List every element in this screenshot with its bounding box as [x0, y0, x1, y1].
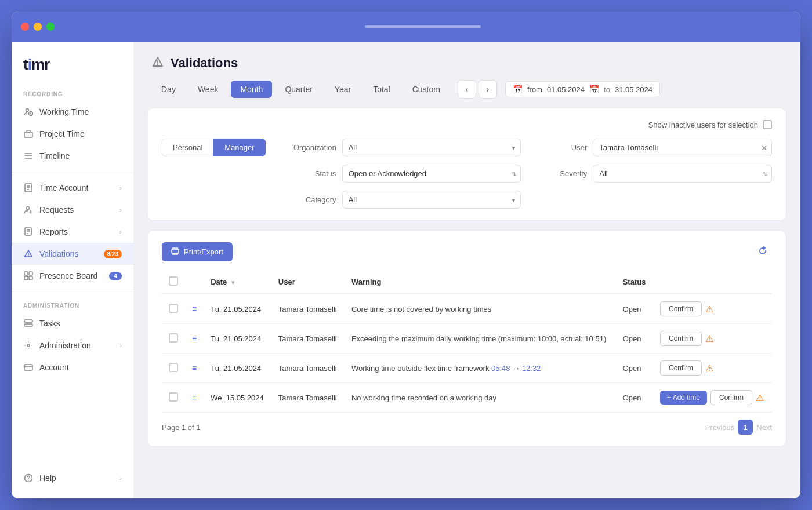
sidebar-item-timeline[interactable]: Timeline: [12, 145, 133, 167]
sidebar-item-help[interactable]: Help ›: [12, 467, 133, 489]
row3-time-start[interactable]: 05:48: [491, 364, 510, 373]
tasks-icon: [23, 318, 34, 329]
tab-day[interactable]: Day: [152, 81, 185, 98]
user-input[interactable]: [593, 139, 772, 156]
category-select[interactable]: All Core Time Daily Working Time Flex Ti…: [342, 191, 521, 209]
previous-page-button[interactable]: Previous: [705, 423, 735, 432]
minimize-dot[interactable]: [34, 23, 42, 31]
organization-select[interactable]: All: [342, 139, 521, 156]
view-manager-button[interactable]: Manager: [213, 139, 265, 156]
sidebar-item-validations[interactable]: Validations 8/23: [12, 243, 133, 265]
severity-filter-row: Severity All Low Medium High ⇅: [535, 165, 772, 183]
status-filter-row: Status Open or Acknowledged Open Acknowl…: [284, 165, 521, 183]
col-menu: [185, 271, 204, 294]
row4-date: We, 15.05.2024: [204, 383, 271, 413]
view-personal-button[interactable]: Personal: [162, 139, 213, 156]
tab-row: Day Week Month Quarter Year Total Custom…: [133, 80, 800, 108]
sort-icon[interactable]: ▾: [231, 279, 234, 286]
print-export-label: Print/Export: [184, 247, 223, 256]
date-col-label: Date: [211, 278, 227, 286]
date-to-value[interactable]: 31.05.2024: [615, 85, 652, 94]
sidebar-bottom: Help ›: [12, 467, 133, 489]
row4-menu-cell: ≡: [185, 383, 204, 413]
chevron-right-icon: ›: [119, 184, 122, 191]
row4-checkbox[interactable]: [169, 392, 178, 402]
date-range: 📅 from 01.05.2024 📅 to 31.05.2024: [505, 81, 660, 97]
sidebar-item-presence-board[interactable]: Presence Board 4: [12, 265, 133, 287]
row4-actions: + Add time Confirm ⚠: [653, 383, 772, 413]
row3-menu-icon[interactable]: ≡: [192, 363, 197, 373]
user-filter-row: User ✕: [535, 139, 772, 156]
row4-confirm-button[interactable]: Confirm: [710, 390, 752, 405]
table-row: ≡ Tu, 21.05.2024 Tamara Tomaselli Workin…: [162, 354, 772, 383]
titlebar-line: [365, 26, 481, 28]
maximize-dot[interactable]: [46, 23, 55, 31]
sidebar-item-timeline-label: Timeline: [39, 151, 70, 161]
sidebar-item-working-time[interactable]: Working Time: [12, 101, 133, 123]
tab-quarter[interactable]: Quarter: [276, 81, 321, 98]
print-export-button[interactable]: Print/Export: [162, 242, 233, 261]
row4-menu-icon[interactable]: ≡: [192, 393, 197, 402]
next-period-button[interactable]: ›: [478, 80, 497, 99]
sidebar-item-tasks[interactable]: Tasks: [12, 312, 133, 334]
table-toolbar: Print/Export: [162, 242, 772, 261]
row1-actions-group: Confirm ⚠: [660, 301, 765, 316]
sidebar-item-time-account-label: Time Account: [39, 183, 88, 192]
row1-menu-icon[interactable]: ≡: [192, 304, 197, 314]
sidebar-item-administration-label: Administration: [39, 341, 91, 350]
date-from-value[interactable]: 01.05.2024: [547, 85, 585, 94]
next-page-button[interactable]: Next: [756, 423, 772, 432]
tab-year[interactable]: Year: [325, 81, 360, 98]
table-row: ≡ We, 15.05.2024 Tamara Tomaselli No wor…: [162, 383, 772, 413]
row2-checkbox[interactable]: [169, 333, 178, 343]
col-checkbox: [162, 271, 185, 294]
row1-status: Open: [616, 294, 653, 324]
show-inactive-checkbox[interactable]: [763, 120, 772, 129]
user-clear-button[interactable]: ✕: [761, 143, 767, 152]
sidebar-item-administration[interactable]: Administration ›: [12, 334, 133, 356]
svg-point-0: [26, 109, 29, 112]
row3-confirm-button[interactable]: Confirm: [660, 360, 702, 376]
tab-month[interactable]: Month: [231, 81, 272, 98]
tab-custom[interactable]: Custom: [403, 81, 449, 98]
row3-checkbox[interactable]: [169, 363, 178, 372]
book-icon: [23, 183, 34, 193]
gear-icon: [23, 340, 34, 351]
row3-time-end[interactable]: 12:32: [522, 364, 541, 373]
row3-menu-cell: ≡: [185, 354, 204, 383]
sidebar-item-reports[interactable]: Reports ›: [12, 221, 133, 243]
header-checkbox[interactable]: [169, 276, 178, 286]
sidebar-item-account[interactable]: Account: [12, 356, 133, 378]
chevron-right-icon-4: ›: [119, 342, 122, 349]
sidebar-item-time-account[interactable]: Time Account ›: [12, 177, 133, 199]
question-circle-icon: [23, 473, 34, 483]
filter-fields: Organization All ▼ User: [284, 139, 772, 209]
status-select[interactable]: Open or Acknowledged Open Acknowledged C…: [342, 165, 521, 183]
presence-badge: 4: [109, 272, 122, 280]
refresh-button[interactable]: [753, 243, 772, 261]
prev-period-button[interactable]: ‹: [458, 80, 476, 99]
row4-warning: No working time recorded on a working da…: [345, 383, 616, 413]
tab-total[interactable]: Total: [364, 81, 400, 98]
row1-checkbox[interactable]: [169, 304, 178, 313]
row2-confirm-button[interactable]: Confirm: [660, 331, 702, 346]
sidebar-item-project-time[interactable]: Project Time: [12, 123, 133, 145]
svg-point-12: [27, 344, 30, 347]
svg-rect-9: [29, 276, 32, 280]
close-dot[interactable]: [21, 23, 29, 31]
warning-triangle-icon: [23, 249, 34, 259]
row1-confirm-button[interactable]: Confirm: [660, 301, 702, 316]
current-page[interactable]: 1: [738, 420, 753, 435]
row2-menu-icon[interactable]: ≡: [192, 334, 197, 343]
severity-select[interactable]: All Low Medium High: [593, 165, 772, 183]
sidebar-item-account-label: Account: [39, 363, 69, 372]
main-area: Validations Day Week Month Quarter Year …: [133, 42, 800, 498]
list-lines-icon: [23, 151, 34, 161]
sidebar-item-help-label: Help: [39, 473, 56, 483]
logo: timr: [12, 51, 133, 85]
add-time-button[interactable]: + Add time: [660, 391, 707, 405]
tab-week[interactable]: Week: [188, 81, 228, 98]
svg-rect-6: [24, 272, 28, 275]
sidebar-item-requests[interactable]: Requests ›: [12, 199, 133, 221]
row3-status: Open: [616, 354, 653, 383]
